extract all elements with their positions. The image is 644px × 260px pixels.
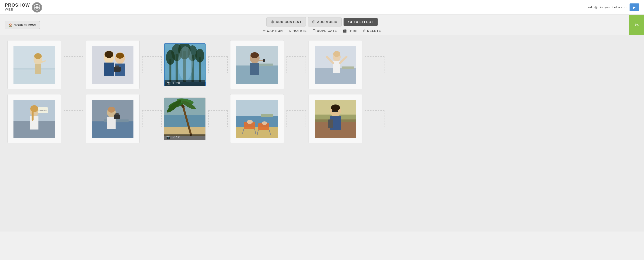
publish-area: ✂ <box>629 15 644 35</box>
slide-placeholder-1[interactable] <box>64 56 83 73</box>
slide-card-10[interactable] <box>308 94 362 143</box>
video-preview-2 <box>164 98 206 140</box>
your-shows-button[interactable]: 🏠 YOUR SHOWS <box>5 21 40 29</box>
svg-rect-72 <box>114 114 120 119</box>
delete-label: DELETE <box>367 29 381 33</box>
main-content: 📷 00:20 <box>0 35 644 231</box>
svg-point-12 <box>34 53 42 59</box>
logo-icon <box>32 2 42 13</box>
svg-point-52 <box>333 51 340 57</box>
svg-rect-42 <box>250 63 259 75</box>
video-camera-icon-2: 📷 <box>166 136 170 139</box>
slide-image-7 <box>92 100 134 138</box>
svg-rect-11 <box>35 64 41 74</box>
add-content-label: ADD CONTENT <box>276 20 302 24</box>
fx-effect-button[interactable]: FX FX EFFECT <box>344 18 378 26</box>
your-shows-area: 🏠 YOUR SHOWS <box>5 21 40 29</box>
slide-image-9 <box>236 100 278 138</box>
trim-button[interactable]: 🎬 TRIM <box>343 29 357 33</box>
slide-placeholder-3[interactable] <box>208 56 228 73</box>
svg-point-97 <box>262 121 267 125</box>
svg-rect-40 <box>258 64 273 66</box>
add-music-icon: ⊕ <box>312 19 316 25</box>
fx-icon: FX <box>348 20 352 24</box>
slide-placeholder-5[interactable] <box>365 56 384 73</box>
slide-placeholder-4[interactable] <box>286 56 306 73</box>
logo-web: WEB <box>5 8 30 11</box>
svg-rect-87 <box>236 116 278 127</box>
slide-card-8[interactable]: 📷 00:12 <box>164 97 206 140</box>
svg-point-18 <box>104 51 113 58</box>
svg-point-93 <box>247 120 253 124</box>
slide-card-7[interactable] <box>86 94 140 143</box>
video-slide-container: 📷 00:20 <box>164 44 205 86</box>
video-overlay-2: 📷 00:12 <box>164 135 206 140</box>
slide-card-9[interactable] <box>230 94 284 143</box>
svg-rect-17 <box>104 63 114 76</box>
caption-button[interactable]: ✏ CAPTION <box>263 29 283 33</box>
svg-rect-76 <box>164 115 206 127</box>
toolbar-top: ⊕ ADD CONTENT ⊕ ADD MUSIC FX FX EFFECT <box>266 17 377 27</box>
slide-image-4 <box>236 46 278 84</box>
slide-placeholder-8[interactable] <box>208 110 228 127</box>
svg-point-60 <box>30 105 38 112</box>
slide-placeholder-7[interactable] <box>142 110 162 127</box>
svg-rect-107 <box>328 119 333 128</box>
svg-point-71 <box>108 107 115 112</box>
svg-rect-6 <box>14 70 55 84</box>
add-content-button[interactable]: ⊕ ADD CONTENT <box>266 17 306 27</box>
slide-card-6[interactable]: freedom <box>7 94 61 143</box>
svg-rect-89 <box>261 114 273 117</box>
publish-button[interactable]: ✂ <box>629 15 644 35</box>
slide-card-4[interactable] <box>230 40 284 89</box>
slide-image-6: freedom <box>14 100 55 138</box>
home-icon: 🏠 <box>8 23 12 27</box>
add-music-button[interactable]: ⊕ ADD MUSIC <box>308 17 342 27</box>
caption-icon: ✏ <box>263 29 266 33</box>
svg-point-36 <box>178 46 193 81</box>
slide-placeholder-9[interactable] <box>286 110 306 127</box>
slide-card-5[interactable] <box>308 40 362 89</box>
slide-placeholder-6[interactable] <box>64 110 83 127</box>
trim-label: TRIM <box>348 29 357 33</box>
logo-proshow: PROSHOW <box>5 3 30 8</box>
rotate-icon: ↻ <box>289 29 292 33</box>
slide-placeholder-2[interactable] <box>142 56 162 73</box>
slides-row-2: freedom <box>7 94 637 143</box>
slide-image-2 <box>92 46 134 84</box>
slide-card-3[interactable]: 📷 00:20 <box>164 43 206 86</box>
slides-grid: 📷 00:20 <box>7 40 637 143</box>
duplicate-label: DUPLICATE <box>317 29 337 33</box>
video-duration-1: 00:20 <box>172 81 180 85</box>
fx-effect-label: FX EFFECT <box>354 20 374 24</box>
slide-placeholder-10[interactable] <box>365 110 384 127</box>
video-preview <box>164 44 205 86</box>
slide-card-1[interactable] <box>7 40 61 89</box>
your-shows-label: YOUR SHOWS <box>14 23 36 27</box>
slides-row-1: 📷 00:20 <box>7 40 637 89</box>
slide-card-2[interactable] <box>86 40 140 89</box>
svg-rect-51 <box>333 61 340 73</box>
svg-text:freedom: freedom <box>38 109 46 112</box>
rotate-label: ROTATE <box>292 29 307 33</box>
svg-point-35 <box>196 49 204 63</box>
duplicate-button[interactable]: ❐ DUPLICATE <box>313 29 337 33</box>
svg-point-108 <box>331 104 340 111</box>
header-action-button[interactable]: ▶ <box>630 4 639 11</box>
slide-image-5 <box>315 46 356 84</box>
svg-point-21 <box>116 53 124 59</box>
rotate-button[interactable]: ↻ ROTATE <box>289 29 307 33</box>
video-camera-icon-1: 📷 <box>166 81 170 85</box>
duplicate-icon: ❐ <box>313 29 316 33</box>
delete-button[interactable]: 🗑 DELETE <box>363 29 381 33</box>
delete-icon: 🗑 <box>363 29 366 33</box>
svg-rect-59 <box>30 116 38 129</box>
video-overlay-1: 📷 00:20 <box>164 80 205 86</box>
svg-point-84 <box>182 106 185 108</box>
svg-rect-8 <box>14 68 55 69</box>
svg-rect-49 <box>342 66 354 69</box>
toolbar-bottom: ✏ CAPTION ↻ ROTATE ❐ DUPLICATE 🎬 TRIM 🗑 … <box>263 29 381 33</box>
caption-label: CAPTION <box>267 29 283 33</box>
scissors-icon: ✂ <box>634 22 639 28</box>
header: PROSHOW WEB selin@mindyourphotos.com ▶ <box>0 0 644 15</box>
